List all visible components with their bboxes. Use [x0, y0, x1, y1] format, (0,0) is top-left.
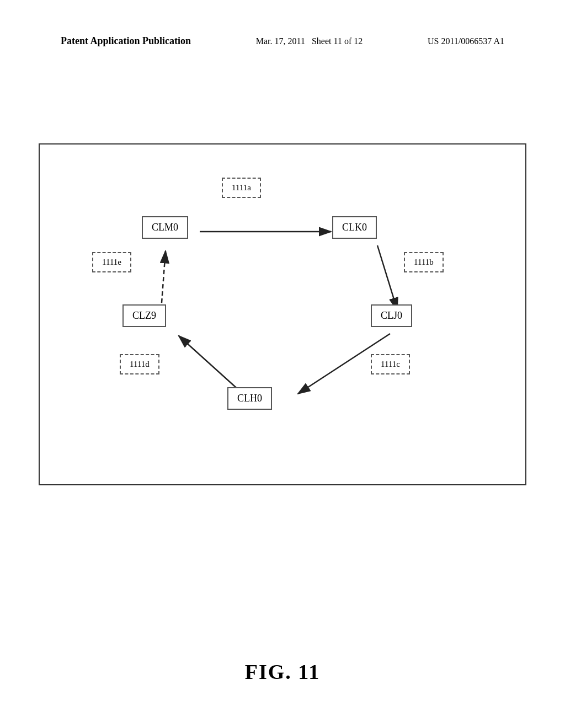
page-header: Patent Application Publication Mar. 17, … [0, 34, 565, 49]
label-1111d: 1111d [120, 354, 159, 374]
svg-line-3 [377, 245, 397, 310]
label-1111c: 1111c [371, 354, 410, 374]
node-clk0: CLK0 [332, 216, 377, 239]
publication-title: Patent Application Publication [61, 34, 191, 48]
arrows-svg [40, 144, 525, 484]
figure-label: FIG. 11 [0, 660, 565, 684]
node-clj0: CLJ0 [371, 304, 412, 327]
sheet-info: Sheet 11 of 12 [312, 36, 363, 46]
label-1111e: 1111e [92, 252, 131, 272]
svg-line-6 [161, 251, 166, 310]
patent-number: US 2011/0066537 A1 [428, 34, 504, 49]
publication-date: Mar. 17, 2011 [256, 36, 305, 46]
publication-date-sheet: Mar. 17, 2011 Sheet 11 of 12 [256, 34, 363, 49]
diagram-inner: CLM0 CLK0 CLJ0 CLH0 CLZ9 1111a 1111b 111… [40, 144, 525, 484]
node-clm0: CLM0 [142, 216, 188, 239]
node-clh0: CLH0 [227, 387, 272, 410]
node-clz9: CLZ9 [122, 304, 166, 327]
label-1111a: 1111a [222, 178, 261, 198]
label-1111b: 1111b [404, 252, 444, 272]
diagram-container: CLM0 CLK0 CLJ0 CLH0 CLZ9 1111a 1111b 111… [39, 143, 526, 485]
